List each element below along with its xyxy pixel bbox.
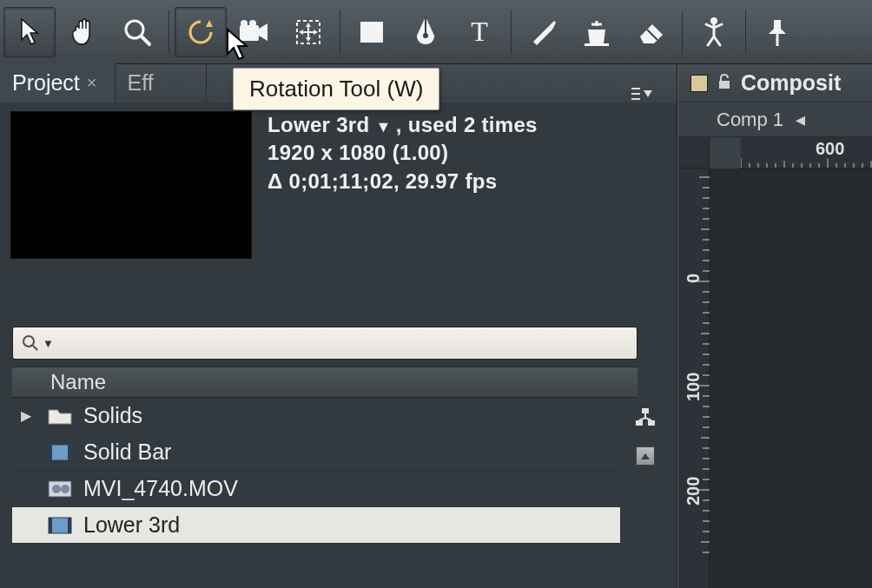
close-icon[interactable]: × <box>87 73 97 93</box>
svg-point-12 <box>710 17 717 24</box>
ruler-horizontal[interactable]: 600 <box>741 137 872 168</box>
dropdown-icon[interactable]: ▼ <box>43 337 54 350</box>
svg-text:T: T <box>471 17 488 47</box>
brush-tool[interactable] <box>517 7 569 57</box>
zoom-tool[interactable] <box>111 7 163 57</box>
chevron-left-icon[interactable]: ◂ <box>796 109 805 131</box>
footage-icon <box>45 478 75 500</box>
svg-point-14 <box>23 336 34 347</box>
expand-icon[interactable]: ▶ <box>21 407 36 424</box>
asset-list: ▶ Solids Solid Bar <box>12 398 657 544</box>
asset-label: Solid Bar <box>83 439 171 465</box>
pan-behind-tool[interactable] <box>282 7 334 57</box>
composition-icon <box>45 514 75 537</box>
comp-tabs: Comp 1 ◂ <box>678 102 872 137</box>
svg-point-0 <box>126 21 143 38</box>
dropdown-icon[interactable]: ▼ <box>375 118 395 135</box>
tab-effects[interactable]: Eff <box>116 63 207 102</box>
tab-effects-label: Eff <box>128 70 154 96</box>
project-body: Lower 3rd ▼ , used 2 times 1920 x 1080 (… <box>0 102 677 588</box>
comp-name[interactable]: Lower 3rd <box>268 113 369 136</box>
svg-line-11 <box>647 30 657 40</box>
svg-rect-17 <box>49 445 52 460</box>
tab-project[interactable]: Project × <box>0 63 116 102</box>
toolbar-divider <box>511 10 512 54</box>
svg-point-20 <box>52 485 61 493</box>
comp-dimensions: 1920 x 1080 (1.00) <box>268 139 538 167</box>
tooltip: Rotation Tool (W) <box>233 68 439 110</box>
folder-icon <box>45 405 75 427</box>
asset-row-folder[interactable]: ▶ Solids <box>12 398 620 434</box>
svg-point-3 <box>241 20 248 27</box>
puppet-tool[interactable] <box>688 7 740 57</box>
ruler-vertical[interactable]: 0 100 200 <box>678 168 710 588</box>
toolbar-divider <box>340 10 340 54</box>
eraser-tool[interactable] <box>624 7 677 57</box>
type-tool[interactable]: T <box>453 7 505 57</box>
pen-tool[interactable] <box>400 7 452 57</box>
comp-tab[interactable]: Comp 1 <box>717 109 783 131</box>
composition-icon <box>45 441 75 464</box>
comp-usage: , used 2 times <box>396 113 538 136</box>
svg-rect-6 <box>360 22 383 43</box>
toolbar-divider <box>745 10 746 54</box>
scroll-up-button[interactable] <box>636 446 655 466</box>
svg-rect-24 <box>68 518 71 533</box>
svg-point-4 <box>249 20 256 27</box>
toolbar-divider <box>168 10 169 54</box>
swatch-icon[interactable] <box>690 75 708 92</box>
toolbar-divider <box>682 10 683 54</box>
asset-row-comp-selected[interactable]: Lower 3rd <box>12 507 620 544</box>
clone-stamp-tool[interactable] <box>571 7 623 57</box>
asset-label: Solids <box>83 403 142 428</box>
project-panel: Project × Eff Lower 3rd ▼ , used 2 times <box>0 64 677 588</box>
svg-rect-18 <box>68 445 71 460</box>
svg-line-15 <box>33 346 37 350</box>
comp-timecode: Δ 0;01;11;02, 29.97 fps <box>268 168 538 195</box>
asset-row-footage[interactable]: MVI_4740.MOV <box>12 471 620 507</box>
toolbar: T <box>0 0 872 64</box>
asset-row-comp[interactable]: Solid Bar <box>12 434 620 471</box>
svg-line-1 <box>142 36 149 44</box>
comp-metadata: Lower 3rd ▼ , used 2 times 1920 x 1080 (… <box>268 111 538 259</box>
composition-panel-title: Composit <box>741 70 841 96</box>
pin-tool[interactable] <box>751 7 803 57</box>
hand-tool[interactable] <box>57 7 109 57</box>
composition-viewer[interactable] <box>710 168 872 588</box>
rotation-tool[interactable] <box>175 7 227 57</box>
svg-rect-10 <box>585 43 609 46</box>
asset-label: MVI_4740.MOV <box>83 476 238 501</box>
composition-panel-header: Composit <box>678 64 872 102</box>
main-row: Project × Eff Lower 3rd ▼ , used 2 times <box>0 64 872 588</box>
svg-rect-5 <box>297 21 320 43</box>
selection-tool[interactable] <box>3 7 56 57</box>
asset-list-sidebar <box>634 398 657 466</box>
svg-rect-2 <box>240 25 259 41</box>
svg-rect-26 <box>636 420 643 426</box>
comp-info: Lower 3rd ▼ , used 2 times 1920 x 1080 (… <box>0 111 677 259</box>
column-header-name[interactable]: Name <box>12 367 637 398</box>
svg-point-21 <box>61 485 69 493</box>
panel-menu-icon[interactable] <box>630 87 677 102</box>
rectangle-tool[interactable] <box>346 7 398 57</box>
comp-thumbnail[interactable] <box>10 111 252 259</box>
svg-rect-27 <box>648 420 655 426</box>
search-input[interactable]: ▼ <box>12 327 637 360</box>
lock-icon[interactable] <box>717 70 732 96</box>
svg-rect-28 <box>719 81 730 89</box>
asset-label: Lower 3rd <box>83 512 180 538</box>
flowchart-icon[interactable] <box>634 406 657 431</box>
ruler-origin[interactable] <box>678 137 710 168</box>
composition-panel: Composit Comp 1 ◂ 600 0 100 200 <box>677 64 872 588</box>
search-icon <box>22 334 39 352</box>
camera-tool[interactable] <box>228 7 281 57</box>
tab-project-label: Project <box>12 70 80 96</box>
search-wrap: ▼ <box>12 327 666 360</box>
svg-rect-25 <box>642 408 649 413</box>
ruler-h-label: 600 <box>816 139 844 159</box>
svg-rect-23 <box>49 518 52 533</box>
svg-point-7 <box>423 33 428 38</box>
viewer-row: 0 100 200 <box>678 168 872 588</box>
